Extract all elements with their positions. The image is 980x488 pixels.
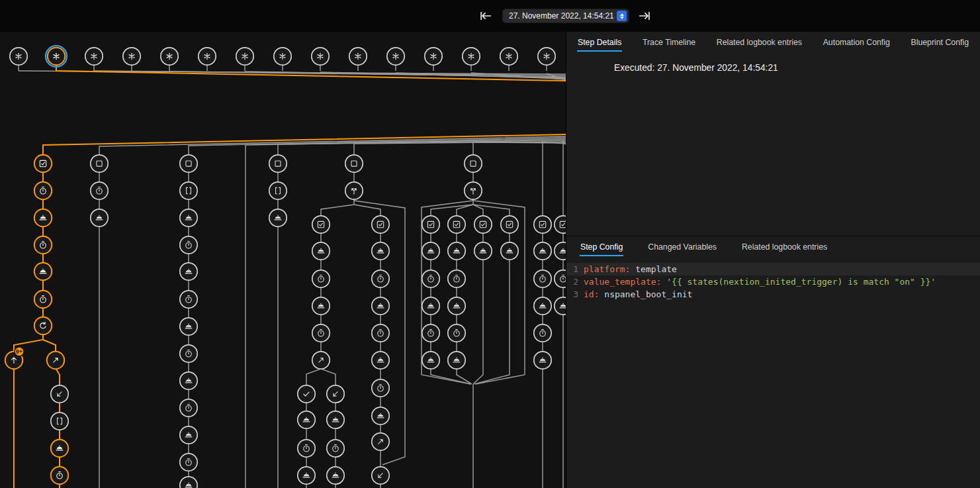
graph-node-trv[interactable] xyxy=(47,352,64,369)
previous-trace-arrow-icon[interactable] xyxy=(478,9,493,23)
graph-node-trigger[interactable] xyxy=(463,48,480,65)
graph-node-chk[interactable] xyxy=(298,385,315,403)
graph-node-svc[interactable] xyxy=(372,297,389,315)
graph-node-svc[interactable] xyxy=(448,242,465,260)
graph-node-tmr[interactable] xyxy=(180,454,197,471)
graph-node-svc[interactable] xyxy=(534,352,551,369)
graph-node-tmr[interactable] xyxy=(555,270,566,287)
graph-node-trigger[interactable] xyxy=(199,48,216,65)
graph-node-cond[interactable] xyxy=(34,155,52,172)
graph-node-tmr[interactable] xyxy=(180,291,197,308)
graph-node-cond[interactable] xyxy=(534,216,551,233)
graph-node-adl[interactable] xyxy=(327,385,344,403)
graph-node-tmr[interactable] xyxy=(534,324,551,342)
graph-node-svc[interactable] xyxy=(180,263,197,280)
graph-node-trigger[interactable] xyxy=(312,48,329,65)
graph-node-svc[interactable] xyxy=(269,209,287,226)
trace-date-picker[interactable]: 27. November 2022, 14:54:21 xyxy=(502,9,629,23)
graph-node-svc[interactable] xyxy=(327,467,344,484)
graph-node-sq[interactable] xyxy=(345,155,363,172)
tab-trace-timeline[interactable]: Trace Timeline xyxy=(642,32,696,52)
graph-node-trv[interactable] xyxy=(312,352,330,369)
graph-node-svc[interactable] xyxy=(372,242,389,260)
graph-node-tmr[interactable] xyxy=(312,324,330,342)
graph-node-adl[interactable] xyxy=(372,467,389,484)
graph-node-up[interactable]: 9+ xyxy=(5,347,24,369)
graph-node-split[interactable] xyxy=(465,182,482,199)
graph-node-tmr[interactable] xyxy=(534,270,551,287)
graph-node-svc[interactable] xyxy=(298,411,315,428)
graph-node-cond[interactable] xyxy=(555,216,566,233)
graph-node-trv[interactable] xyxy=(372,433,389,450)
graph-node-cond[interactable] xyxy=(372,216,389,233)
graph-node-svc[interactable] xyxy=(534,297,551,315)
graph-node-tmr[interactable] xyxy=(327,440,344,457)
graph-node-cond[interactable] xyxy=(474,216,492,233)
graph-node-trigger[interactable] xyxy=(10,48,27,65)
graph-node-svc[interactable] xyxy=(91,209,108,226)
graph-node-trigger[interactable] xyxy=(387,48,404,65)
tab-related-logbook-entries[interactable]: Related logbook entries xyxy=(741,236,828,256)
graph-node-split[interactable] xyxy=(345,182,363,199)
graph-node-tmr[interactable] xyxy=(34,236,52,254)
graph-node-tmr[interactable] xyxy=(448,270,465,287)
tab-changed-variables[interactable]: Changed Variables xyxy=(647,236,717,256)
graph-node-tmr[interactable] xyxy=(422,324,439,342)
graph-node-svc[interactable] xyxy=(372,407,389,424)
graph-node-cond[interactable] xyxy=(422,216,439,233)
graph-node-tmr[interactable] xyxy=(34,182,52,199)
graph-node-trigger[interactable] xyxy=(274,48,291,65)
graph-node-cond[interactable] xyxy=(448,216,465,233)
graph-node-svc[interactable] xyxy=(180,372,197,389)
tab-blueprint-config[interactable]: Blueprint Config xyxy=(911,32,970,52)
graph-node-svc[interactable] xyxy=(534,242,551,260)
graph-node-svc[interactable] xyxy=(448,297,465,315)
graph-node-svc[interactable] xyxy=(501,242,518,260)
graph-node-tmr[interactable] xyxy=(422,270,439,287)
graph-node-svc[interactable] xyxy=(34,263,52,280)
graph-node-svc[interactable] xyxy=(372,352,389,369)
tab-automation-config[interactable]: Automation Config xyxy=(823,32,891,52)
graph-node-svc[interactable] xyxy=(448,352,465,369)
graph-node-svc[interactable] xyxy=(422,352,439,369)
graph-node-tmr[interactable] xyxy=(372,324,389,342)
graph-node-tmr[interactable] xyxy=(180,345,197,362)
graph-node-svc[interactable] xyxy=(474,242,492,260)
tab-step-config[interactable]: Step Config xyxy=(580,236,623,256)
graph-node-trigger[interactable] xyxy=(46,46,67,67)
next-trace-arrow-icon[interactable] xyxy=(637,9,652,23)
graph-node-cond[interactable] xyxy=(501,216,518,233)
graph-node-tmr[interactable] xyxy=(448,324,465,342)
graph-node-svc[interactable] xyxy=(180,209,197,226)
graph-node-rpt[interactable] xyxy=(34,317,52,334)
graph-node-tmr[interactable] xyxy=(180,236,197,254)
graph-node-brk[interactable] xyxy=(180,182,197,199)
graph-node-svc[interactable] xyxy=(327,411,344,428)
tab-related-logbook-entries[interactable]: Related logbook entries xyxy=(716,32,803,52)
graph-node-trigger[interactable] xyxy=(425,48,442,65)
graph-node-adl[interactable] xyxy=(51,385,68,403)
tab-step-details[interactable]: Step Details xyxy=(577,32,622,52)
graph-node-trigger[interactable] xyxy=(538,48,555,65)
graph-node-tmr[interactable] xyxy=(372,270,389,287)
graph-node-svc[interactable] xyxy=(180,477,197,488)
graph-node-cond[interactable] xyxy=(312,216,330,233)
graph-node-tmr[interactable] xyxy=(312,270,330,287)
yaml-code-editor[interactable]: 1platform: template2value_template: '{{ … xyxy=(566,263,980,301)
graph-node-tmr[interactable] xyxy=(51,467,68,484)
graph-node-trigger[interactable] xyxy=(236,48,253,65)
graph-node-trigger[interactable] xyxy=(161,48,178,65)
graph-node-sq[interactable] xyxy=(269,155,287,172)
graph-node-sq[interactable] xyxy=(91,155,108,172)
graph-node-tmr[interactable] xyxy=(34,291,52,308)
graph-node-svc[interactable] xyxy=(555,297,566,315)
graph-node-trigger[interactable] xyxy=(85,48,103,65)
graph-node-svc[interactable] xyxy=(298,467,315,484)
graph-node-svc[interactable] xyxy=(180,318,197,335)
graph-node-svc[interactable] xyxy=(180,426,197,444)
graph-node-sq[interactable] xyxy=(180,155,197,172)
graph-node-tmr[interactable] xyxy=(298,440,315,457)
graph-node-svc[interactable] xyxy=(422,242,439,260)
graph-node-trigger[interactable] xyxy=(349,48,367,65)
graph-node-tmr[interactable] xyxy=(372,379,389,397)
